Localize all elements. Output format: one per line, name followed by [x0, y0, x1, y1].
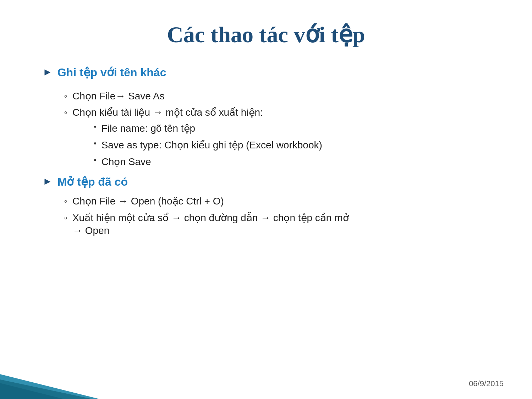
section1-subsub1: • File name: gõ tên tệp — [94, 121, 322, 135]
subsub-dot-2: • — [94, 138, 97, 149]
section1-subsub1-text: File name: gõ tên tệp — [102, 121, 195, 135]
slide-container: Các thao tác với tệp ► Ghi tệp với tên k… — [0, 0, 532, 399]
subsub-dot-3: • — [94, 155, 97, 166]
sub-bullet-dot-3: ◦ — [64, 195, 67, 208]
section1-heading-row: ► Ghi tệp với tên khác — [43, 66, 497, 79]
section2-sub2: ◦ Xuất hiện một cửa sổ → chọn đường dẫn … — [64, 212, 497, 237]
svg-marker-2 — [0, 379, 92, 399]
date-label: 06/9/2015 — [469, 379, 504, 388]
section2-heading-row: ► Mở tệp đã có — [43, 175, 497, 188]
content-area: ► Ghi tệp với tên khác ◦ Chọn File→ Save… — [35, 66, 497, 237]
section1-subsub3: • Chọn Save — [94, 155, 322, 169]
section1-subsub3-text: Chọn Save — [102, 155, 151, 169]
slide-title: Các thao tác với tệp — [35, 21, 497, 48]
section1-heading: Ghi tệp với tên khác — [57, 66, 166, 79]
section2-arrow-icon: ► — [43, 176, 53, 187]
sub-bullet-dot-4: ◦ — [64, 212, 67, 224]
sub-bullet-dot-2: ◦ — [64, 106, 67, 119]
section1-sub-bullets: ◦ Chọn File→ Save As ◦ Chọn kiểu tài liệ… — [43, 90, 497, 171]
section1-sub1: ◦ Chọn File→ Save As — [64, 90, 497, 103]
section1-sub2: ◦ Chọn kiểu tài liệu → một cửa sổ xuất h… — [64, 106, 497, 171]
section2-sub-bullets: ◦ Chọn File → Open (hoặc Ctrl + O) ◦ Xuấ… — [43, 195, 497, 237]
section1-subsub2-text: Save as type: Chọn kiểu ghi tệp (Excel w… — [102, 138, 322, 152]
section2-heading: Mở tệp đã có — [57, 175, 128, 188]
section1-subsub2: • Save as type: Chọn kiểu ghi tệp (Excel… — [94, 138, 322, 152]
section1-sub-sub-bullets: • File name: gõ tên tệp • Save as type: … — [72, 121, 322, 169]
section2-sub2-text: Xuất hiện một cửa sổ → chọn đường dẫn → … — [72, 212, 349, 237]
bottom-decoration — [0, 360, 121, 399]
section2-sub1: ◦ Chọn File → Open (hoặc Ctrl + O) — [64, 195, 497, 208]
section1-sub2-content: Chọn kiểu tài liệu → một cửa sổ xuất hiệ… — [72, 106, 322, 171]
section2-sub1-text: Chọn File → Open (hoặc Ctrl + O) — [72, 195, 224, 208]
subsub-dot-1: • — [94, 121, 97, 132]
section1-sub2-text: Chọn kiểu tài liệu → một cửa sổ xuất hiệ… — [72, 107, 263, 118]
sub-bullet-dot-1: ◦ — [64, 90, 67, 103]
section1-sub1-text: Chọn File→ Save As — [72, 90, 165, 103]
section1-arrow-icon: ► — [43, 66, 53, 78]
